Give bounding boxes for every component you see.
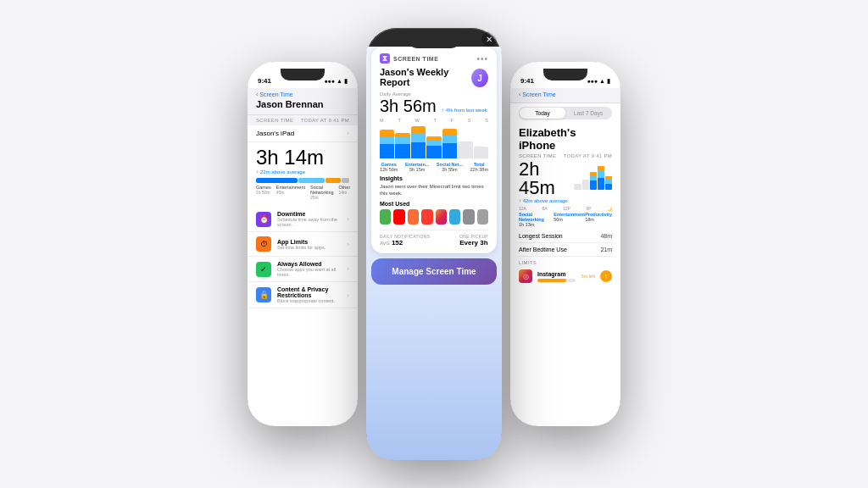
bar-other [342, 178, 349, 183]
legend-social: Social Networking25m [310, 185, 334, 200]
notif-number: 152 [392, 239, 403, 247]
close-button[interactable]: ✕ [481, 31, 497, 47]
left-back-label: Screen Time [259, 92, 292, 97]
content-privacy-text: Content & Privacy Restrictions Block ina… [277, 286, 341, 303]
day-w: W [415, 118, 420, 123]
content-privacy-chevron: › [347, 291, 349, 299]
right-back-btn[interactable]: ‹ Screen Time [519, 92, 612, 97]
always-allowed-desc: Choose apps you want at all times. [277, 267, 341, 277]
pickup-value: Every 3h [459, 239, 488, 247]
report-title-row: Jason's Weekly Report J [380, 67, 488, 89]
left-nav: ‹ Screen Time Jason Brennan [248, 88, 358, 115]
left-usage-bar [256, 178, 349, 183]
manage-screen-time-button[interactable]: Manage Screen Time [371, 258, 497, 285]
right-usage-time: 2h 45m [519, 160, 574, 197]
app-3[interactable] [408, 209, 419, 225]
right-mini-chart [574, 160, 612, 190]
app-6[interactable] [449, 209, 460, 225]
app-8[interactable] [477, 209, 488, 225]
segment-today[interactable]: Today [520, 108, 565, 119]
app-youtube[interactable] [393, 209, 404, 225]
user-avatar: J [471, 69, 488, 87]
r-chevron-left-icon: ‹ [519, 92, 520, 97]
right-screen-content: 9:41 ●●● ▲ ▮ ‹ Screen Time Today [510, 62, 620, 426]
app-limits-icon: ⏱ [256, 236, 271, 252]
notifications-row: Daily Notifications AVG 152 One Pickup E… [380, 230, 488, 247]
legend-other-time: 14m [339, 190, 351, 195]
bar-saturday [458, 125, 472, 158]
left-usage-display: 3h 14m ↑ 22m above average Games1h 50m [248, 142, 358, 207]
right-phone: 9:41 ●●● ▲ ▮ ‹ Screen Time Today [510, 62, 620, 426]
segmented-control[interactable]: Today Last 7 Days [519, 107, 612, 119]
week-days: M T W T F S S [380, 118, 488, 123]
bar-social [326, 178, 341, 183]
weekly-chart [380, 125, 488, 158]
day-s1: S [468, 118, 471, 123]
downtime-title: Downtime [277, 211, 341, 217]
left-device-chevron: › [347, 130, 349, 137]
day-s2: S [485, 118, 488, 123]
app-4[interactable] [421, 209, 432, 225]
legend-other: Other14m [339, 185, 351, 200]
left-back-btn[interactable]: ‹ Screen Time [256, 92, 349, 97]
bar-m-games [380, 144, 394, 158]
card-header: SCREEN TIME ••• [380, 53, 488, 64]
right-time-labels: 12A 6A 12P 6P 🌙 [519, 206, 612, 211]
left-device-row[interactable]: Jason's iPad › [248, 125, 358, 142]
more-options-icon[interactable]: ••• [476, 54, 488, 64]
right-phone-screen: 9:41 ●●● ▲ ▮ ‹ Screen Time Today [510, 62, 620, 426]
app-7[interactable] [463, 209, 474, 225]
card-app-name: SCREEN TIME [393, 56, 438, 62]
day-f: F [451, 118, 453, 123]
legend-social-time: 25m [310, 195, 334, 200]
left-time: 9:41 [258, 77, 271, 85]
pickup-label: One Pickup [459, 234, 488, 239]
limits-header: LIMITS [519, 260, 612, 265]
bar-m-entertain [380, 137, 394, 145]
longest-session-label: Longest Session [519, 233, 563, 239]
r-bar-2 [582, 160, 589, 190]
left-usage-time: 3h 14m [256, 147, 349, 168]
feature-app-limits[interactable]: ⏱ App Limits Set time limits for apps. › [248, 232, 358, 257]
feature-content-privacy[interactable]: 🔒 Content & Privacy Restrictions Block i… [248, 282, 358, 308]
r-bar-5 [605, 160, 612, 190]
hourglass-icon [381, 55, 388, 62]
segment-last-7[interactable]: Last 7 Days [565, 108, 611, 119]
instagram-limit-text: 5m left [581, 274, 595, 279]
left-phone: 9:41 ●●● ▲ ▮ ‹ Screen Time Jason Brennan [248, 62, 358, 426]
insights-text: Jason went over their Minecraft limit tw… [380, 183, 488, 197]
avg-change-text: 4% from last week [446, 108, 487, 113]
instagram-limit-row[interactable]: ◎ Instagram 5m left ! [519, 267, 612, 286]
notif-value: AVG 152 [380, 239, 430, 247]
right-device-name: Elizabeth's iPhone [519, 126, 612, 152]
right-back-label: Screen Time [522, 92, 555, 97]
legend-games-time: 1h 50m [256, 190, 271, 195]
right-time: 9:41 [520, 77, 534, 85]
bar-m-social [380, 130, 394, 137]
legend-games: Games1h 50m [256, 185, 271, 200]
feature-downtime[interactable]: ⏰ Downtime Schedule time away from the s… [248, 207, 358, 232]
bar-wednesday [411, 125, 426, 158]
limit-warning-icon: ! [600, 270, 612, 282]
left-usage-avg: ↑ 22m above average [256, 169, 349, 175]
instagram-icon: ◎ [519, 269, 532, 283]
bedtime-label: After Bedtime Use [519, 247, 567, 252]
legend-total-center: Total 22h 38m [470, 162, 488, 172]
center-notch [409, 35, 460, 48]
r-avg-text: 42m above average [523, 198, 568, 203]
avg-time-row: 3h 56m ↑ 4% from last week [380, 97, 488, 114]
daily-notifications: Daily Notifications AVG 152 [380, 234, 430, 247]
longest-session-row: Longest Session 48m [519, 230, 612, 243]
bar-monday [380, 125, 394, 158]
app-minecraft[interactable] [380, 209, 391, 225]
app-instagram[interactable] [436, 209, 447, 225]
time-moon: 🌙 [607, 206, 612, 211]
center-phone-screen: ✕ SCREEN TIME ••• [366, 28, 502, 460]
left-notch [281, 69, 325, 80]
feature-always-allowed[interactable]: ✓ Always Allowed Choose apps you want at… [248, 257, 358, 282]
right-notch [543, 69, 587, 80]
downtime-chevron: › [347, 215, 349, 223]
left-avg-text: 22m above average [260, 169, 305, 175]
left-device-name: Jason's iPad [256, 130, 294, 137]
bar-sunday [474, 125, 488, 158]
